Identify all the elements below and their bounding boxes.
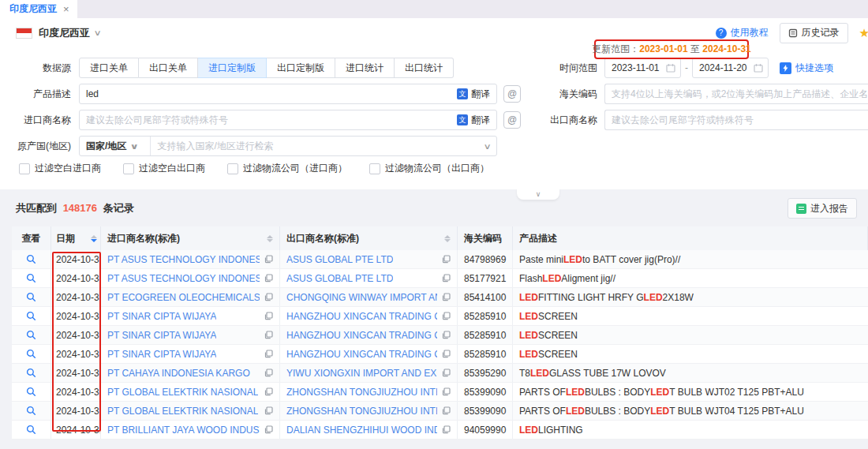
datasource-tab-出口统计[interactable]: 出口统计: [395, 58, 454, 78]
exporter-link[interactable]: CHONGQING WINWAY IMPORT AND E...: [286, 292, 437, 303]
magnifier-icon[interactable]: [26, 387, 36, 397]
filter-checkbox-2[interactable]: 过滤物流公司（进口商）: [227, 162, 347, 175]
copy-icon[interactable]: [260, 425, 273, 434]
exporter-link[interactable]: ASUS GLOBAL PTE LTD: [286, 254, 393, 265]
magnifier-icon[interactable]: [26, 292, 36, 302]
exporter-link[interactable]: HANGZHOU XINGCAN TRADING CO LTD: [286, 349, 437, 360]
datasource-tab-进口定制版[interactable]: 进口定制版: [198, 58, 267, 78]
close-icon[interactable]: ×: [63, 4, 69, 14]
date-from-input[interactable]: 2023-11-01: [604, 58, 681, 78]
copy-icon[interactable]: [437, 387, 451, 396]
filter-checkbox-1[interactable]: 过滤空白出口商: [123, 162, 205, 175]
copy-icon[interactable]: [437, 293, 451, 301]
copy-icon[interactable]: [260, 312, 273, 320]
importer-link[interactable]: PT CAHAYA INDONESIA KARGO: [107, 368, 250, 379]
exporter-link[interactable]: YIWU XIONGXIN IMPORT AND EXPORT...: [286, 368, 437, 379]
translate-button[interactable]: 文 翻译: [457, 114, 490, 127]
importer-link[interactable]: PT GLOBAL ELEKTRIK NASIONAL: [107, 387, 258, 398]
importer-link[interactable]: PT GLOBAL ELEKTRIK NASIONAL: [107, 406, 258, 417]
importer-name-input[interactable]: 建议去除公司尾部字符或特殊符号 文 翻译: [79, 110, 497, 130]
collapse-panel-button[interactable]: ∨: [517, 188, 559, 200]
column-header-1[interactable]: 日期: [51, 226, 101, 250]
importer-link[interactable]: PT ECOGREEN OLEOCHEMICALS: [107, 292, 260, 303]
exporter-link[interactable]: ASUS GLOBAL PTE LTD: [286, 273, 393, 284]
copy-icon[interactable]: [437, 255, 451, 264]
copy-icon[interactable]: [260, 369, 273, 377]
column-header-2[interactable]: 进口商名称(标准): [101, 226, 280, 250]
history-button[interactable]: 历史记录: [780, 23, 848, 43]
origin-placeholder: 支持输入国家/地区进行检索: [151, 140, 484, 153]
column-header-label: 进口商名称(标准): [107, 232, 180, 245]
exporter-link[interactable]: ZHONGSHAN TONGJIUZHOU INTERNA...: [286, 406, 437, 417]
magnifier-icon[interactable]: [26, 311, 36, 321]
exporter-name-input[interactable]: 建议去除公司尾部字符或特殊符号: [604, 110, 868, 130]
quick-options-link[interactable]: 快捷选项: [780, 62, 833, 75]
copy-icon[interactable]: [260, 293, 273, 301]
chevron-down-icon: ∨: [483, 142, 491, 151]
copy-icon[interactable]: [260, 387, 273, 396]
translate-icon: 文: [457, 88, 468, 99]
exporter-link[interactable]: DALIAN SHENGZHIHUI WOOD INDUST...: [286, 425, 437, 436]
hs-code-input[interactable]: 支持4位以上海关编码，或2位海关编码加上产品描述、企业名称的任意信息: [604, 84, 868, 104]
datasource-tab-出口关单[interactable]: 出口关单: [139, 58, 198, 78]
filter-checkbox-0[interactable]: 过滤空白进口商: [19, 162, 101, 175]
importer-link[interactable]: PT ASUS TECHNOLOGY INDONESIA BA...: [107, 254, 260, 265]
exact-match-icon[interactable]: @: [503, 111, 521, 129]
copy-icon[interactable]: [437, 425, 451, 434]
results-area: 共匹配到 148176 条记录 进入报告 查看日期进口商名称(标准)出口商名称(…: [0, 189, 868, 449]
hs-code-label: 海关编码: [533, 88, 604, 101]
importer-link[interactable]: PT SINAR CIPTA WIJAYA: [107, 349, 216, 360]
magnifier-icon[interactable]: [26, 273, 36, 283]
copy-icon[interactable]: [437, 350, 451, 358]
date-from-value: 2023-11-01: [612, 62, 666, 73]
exporter-link[interactable]: HANGZHOU XINGCAN TRADING CO LTD: [286, 330, 437, 341]
calendar-icon: [754, 63, 763, 73]
chevron-down-icon[interactable]: ∨: [94, 28, 102, 37]
origin-type-select[interactable]: 国家/地区 ∨: [80, 137, 151, 155]
column-header-3[interactable]: 出口商名称(标准): [280, 226, 458, 250]
filter-checkbox-3[interactable]: 过滤物流公司（出口商）: [369, 162, 489, 175]
magnifier-icon[interactable]: [26, 406, 36, 416]
tab-indonesia[interactable]: 印度尼西亚 ×: [0, 0, 77, 18]
sort-icon[interactable]: [267, 235, 273, 242]
enter-report-button[interactable]: 进入报告: [788, 198, 857, 219]
magnifier-icon[interactable]: [26, 368, 36, 378]
copy-icon[interactable]: [260, 274, 273, 282]
exact-match-icon[interactable]: @: [503, 85, 521, 103]
exporter-link[interactable]: HANGZHOU XINGCAN TRADING CO LTD: [286, 311, 437, 322]
copy-icon[interactable]: [260, 331, 273, 339]
copy-icon[interactable]: [437, 406, 451, 415]
origin-select[interactable]: 国家/地区 ∨ 支持输入国家/地区进行检索 ∨: [79, 136, 497, 156]
sort-icon[interactable]: [91, 235, 97, 242]
sort-icon[interactable]: [444, 235, 451, 242]
importer-cell: PT SINAR CIPTA WIJAYA: [101, 326, 280, 344]
table-row: 2024-10-31PT SINAR CIPTA WIJAYAHANGZHOU …: [12, 326, 868, 345]
translate-button[interactable]: 文 翻译: [457, 88, 490, 101]
magnifier-icon[interactable]: [26, 425, 36, 435]
datasource-tab-进口统计[interactable]: 进口统计: [335, 58, 395, 78]
importer-link[interactable]: PT SINAR CIPTA WIJAYA: [107, 330, 216, 341]
importer-link[interactable]: PT SINAR CIPTA WIJAYA: [107, 311, 216, 322]
tutorial-link[interactable]: ? 使用教程: [716, 26, 769, 39]
importer-link[interactable]: PT BRILLIANT JAYA WOOD INDUSTRY: [107, 425, 260, 436]
importer-link[interactable]: PT ASUS TECHNOLOGY INDONESIA BA...: [107, 273, 260, 284]
copy-icon[interactable]: [437, 312, 451, 320]
magnifier-icon[interactable]: [26, 330, 36, 340]
copy-icon[interactable]: [260, 350, 273, 358]
exporter-link[interactable]: ZHONGSHAN TONGJIUZHOU INTERNA...: [286, 387, 437, 398]
copy-icon[interactable]: [260, 255, 273, 264]
match-prefix: 共匹配到: [16, 202, 57, 214]
sort-up-caret: [444, 235, 451, 238]
copy-icon[interactable]: [437, 274, 451, 282]
datasource-tab-进口关单[interactable]: 进口关单: [79, 58, 139, 78]
product-desc-input[interactable]: led 文 翻译: [79, 84, 497, 104]
copy-icon[interactable]: [437, 331, 451, 339]
favorite-star-icon[interactable]: ★: [859, 26, 868, 40]
datasource-button-group: 进口关单出口关单进口定制版出口定制版进口统计出口统计: [79, 58, 454, 78]
datasource-tab-出口定制版[interactable]: 出口定制版: [267, 58, 335, 78]
copy-icon[interactable]: [437, 369, 451, 377]
date-to-input[interactable]: 2024-11-20: [692, 58, 769, 78]
magnifier-icon[interactable]: [26, 254, 36, 264]
magnifier-icon[interactable]: [26, 349, 36, 359]
copy-icon[interactable]: [260, 406, 273, 415]
